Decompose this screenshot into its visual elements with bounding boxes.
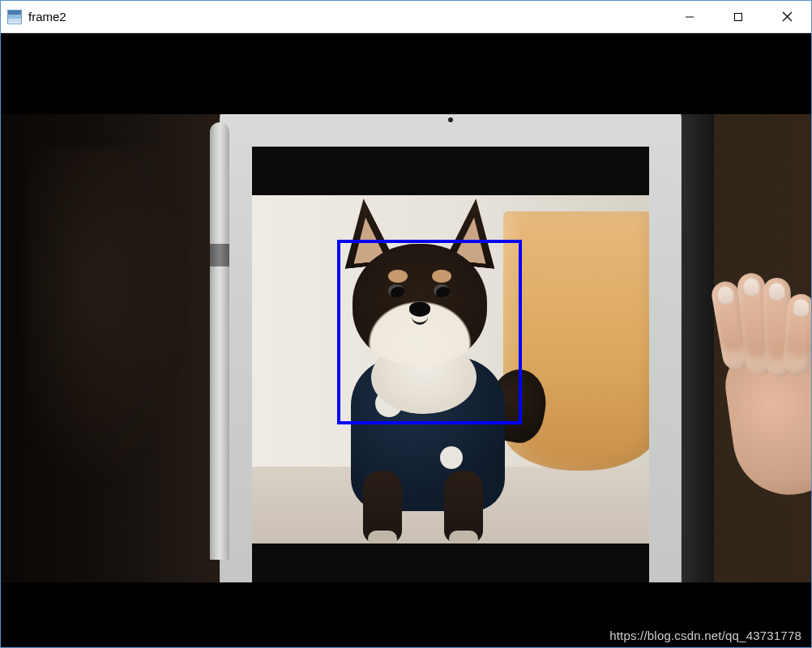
minimize-icon xyxy=(685,12,694,22)
dog-brow-right xyxy=(432,270,451,283)
image-viewport: https://blog.csdn.net/qq_43731778 xyxy=(1,33,811,647)
hand-finger-2 xyxy=(737,272,775,377)
maximize-icon xyxy=(733,12,743,22)
titlebar-left: frame2 xyxy=(1,10,66,24)
svg-rect-1 xyxy=(735,13,742,20)
dog-eye-right xyxy=(434,284,450,297)
dog-leg-left xyxy=(363,471,402,544)
close-button[interactable] xyxy=(763,1,811,32)
dog-nose xyxy=(409,302,430,317)
dog-photo xyxy=(252,195,649,544)
opencv-window-icon xyxy=(7,10,22,24)
dog xyxy=(302,203,537,544)
hand-finger-3 xyxy=(763,277,793,377)
tablet xyxy=(220,114,706,582)
tablet-case xyxy=(678,114,714,582)
tablet-body xyxy=(220,114,682,582)
tablet-screen xyxy=(252,147,649,582)
stylus xyxy=(210,122,229,560)
camera-frame xyxy=(1,114,811,582)
dog-eye-left xyxy=(388,284,404,297)
dog-head xyxy=(335,203,505,373)
close-icon xyxy=(782,11,793,22)
hand-finger-1 xyxy=(710,279,753,372)
hand-palm xyxy=(720,334,811,502)
window-title: frame2 xyxy=(28,10,66,23)
dog-leg-right xyxy=(444,471,483,544)
dog-brow-left xyxy=(388,270,408,283)
watermark: https://blog.csdn.net/qq_43731778 xyxy=(609,629,801,642)
maximize-button[interactable] xyxy=(714,1,763,32)
titlebar[interactable]: frame2 xyxy=(1,1,811,33)
background-shadow xyxy=(25,147,187,495)
tablet-front-camera-icon xyxy=(448,117,453,122)
app-window: frame2 xyxy=(0,0,812,648)
window-controls xyxy=(665,1,811,32)
minimize-button[interactable] xyxy=(665,1,714,32)
hand-finger-4 xyxy=(783,293,811,376)
